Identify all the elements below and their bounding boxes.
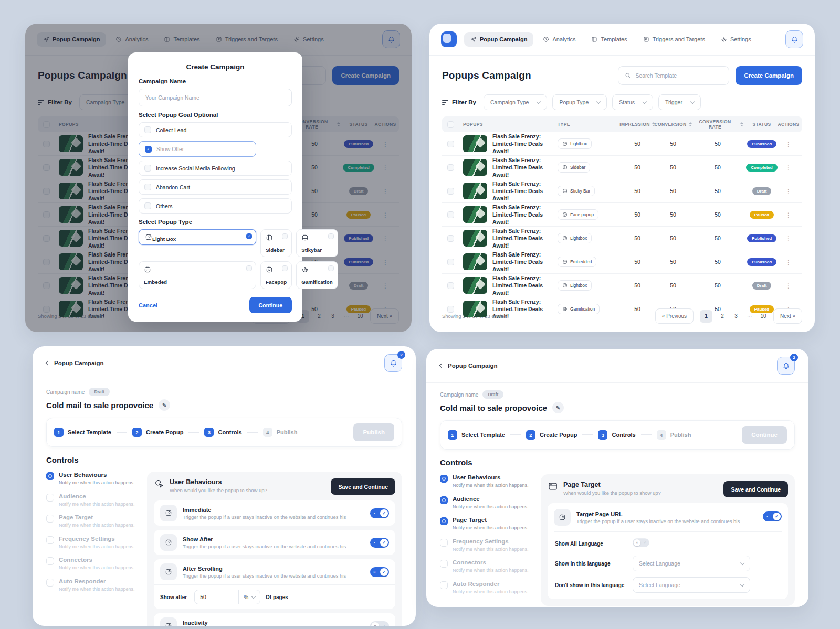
show-all-language-toggle[interactable]: ×✓ xyxy=(633,538,649,547)
sidebar-item-user-behaviours[interactable]: User BehavioursNotify me when this actio… xyxy=(440,474,532,489)
goal-option-abandon-cart[interactable]: Abandon Cart xyxy=(139,179,292,195)
next-page-button[interactable]: Next » xyxy=(773,308,802,324)
goal-checkbox[interactable]: ✓ xyxy=(145,146,152,153)
edit-name-button[interactable]: ✎ xyxy=(159,399,170,411)
goal-option-others[interactable]: Others xyxy=(139,198,292,214)
row-checkbox[interactable] xyxy=(447,141,454,147)
sidebar-item-page-target[interactable]: Page TargetNotify me when this action ha… xyxy=(440,517,532,531)
row-checkbox[interactable] xyxy=(447,259,454,265)
dont-show-language-select[interactable]: Select Language xyxy=(633,577,750,593)
step-create-popup[interactable]: 2Create Popup xyxy=(526,430,578,440)
nav-item-analytics[interactable]: Analytics xyxy=(537,32,582,47)
type-checkbox[interactable] xyxy=(246,265,252,271)
target-page-url-toggle[interactable]: ×✓ xyxy=(763,511,782,521)
campaign-name-input[interactable] xyxy=(139,89,292,106)
goal-option-collect-lead[interactable]: Collect Lead xyxy=(139,122,292,137)
row-actions-menu[interactable]: ⋮ xyxy=(785,164,792,172)
step-controls[interactable]: 3Controls xyxy=(204,428,242,437)
row-checkbox[interactable] xyxy=(447,282,454,289)
toggle-after-scrolling[interactable]: ×✓ xyxy=(370,567,389,577)
continue-button[interactable]: Continue xyxy=(742,426,787,444)
filter-dropdown-status[interactable]: Status xyxy=(612,94,653,110)
edit-name-button[interactable]: ✎ xyxy=(552,402,564,413)
step-select-template[interactable]: 1Select Template xyxy=(54,428,111,437)
goal-checkbox[interactable] xyxy=(144,184,151,190)
back-link[interactable]: Popup Campaign xyxy=(440,363,498,369)
popup-type-tile-light-box[interactable]: ✓Light Box xyxy=(139,229,256,245)
sidebar-item-auto-responder[interactable]: Auto ResponderNotify me when this action… xyxy=(46,578,139,593)
row-checkbox[interactable] xyxy=(447,188,454,195)
nav-item-templates[interactable]: Templates xyxy=(585,32,633,47)
create-campaign-button[interactable]: Create Campaign xyxy=(736,66,802,85)
toggle-show-after[interactable]: ×✓ xyxy=(370,538,389,548)
step-publish[interactable]: 4Publish xyxy=(263,428,298,437)
sidebar-item-user-behaviours[interactable]: User BehavioursNotify me when this actio… xyxy=(46,472,139,486)
type-checkbox[interactable]: ✓ xyxy=(246,233,252,239)
goal-checkbox[interactable] xyxy=(144,202,151,209)
sidebar-item-frequency-settings[interactable]: Frequency SettingsNotify me when this ac… xyxy=(46,536,139,550)
nav-item-triggers-and-targets[interactable]: Triggers and Targets xyxy=(637,32,711,47)
select-all-checkbox[interactable] xyxy=(447,121,454,128)
filter-dropdown-popup-type[interactable]: Popup Type xyxy=(552,94,607,110)
type-checkbox[interactable] xyxy=(328,265,334,271)
step-controls[interactable]: 3Controls xyxy=(598,430,635,440)
back-link[interactable]: Popup Campaign xyxy=(46,360,104,366)
save-and-continue-button[interactable]: Save and Continue xyxy=(723,481,788,497)
row-checkbox[interactable] xyxy=(447,164,454,171)
sidebar-item-audience[interactable]: AudienceNotify me when this action happe… xyxy=(440,496,532,510)
popup-type-tile-embeded[interactable]: Embeded xyxy=(139,261,256,289)
popup-type-tile-gamification[interactable]: Gamification xyxy=(296,261,338,289)
goal-option-increase-social-media-following[interactable]: Increase Social Media Following xyxy=(139,161,292,176)
percent-unit-select[interactable]: % xyxy=(238,590,260,604)
row-actions-menu[interactable]: ⋮ xyxy=(785,282,792,290)
goal-checkbox[interactable] xyxy=(144,126,151,133)
page-number-2[interactable]: 2 xyxy=(719,313,726,319)
step-create-popup[interactable]: 2Create Popup xyxy=(132,428,184,437)
step-publish[interactable]: 4Publish xyxy=(657,430,691,440)
page-number-10[interactable]: 10 xyxy=(760,313,767,319)
sidebar-item-frequency-settings[interactable]: Frequency SettingsNotify me when this ac… xyxy=(440,538,532,553)
continue-button[interactable]: Continue xyxy=(249,297,292,313)
save-and-continue-button[interactable]: Save and Continue xyxy=(331,478,395,495)
previous-page-button[interactable]: « Previous xyxy=(655,308,694,324)
row-actions-menu[interactable]: ⋮ xyxy=(785,211,792,219)
toggle-immediate[interactable]: ×✓ xyxy=(370,508,389,518)
cancel-button[interactable]: Cancel xyxy=(139,302,158,308)
sidebar-item-connectors[interactable]: ConnectorsNotify me when this action hap… xyxy=(440,559,532,574)
sidebar-item-audience[interactable]: AudienceNotify me when this action happe… xyxy=(46,493,139,508)
wizard-stepper: 1Select Template2Create Popup3Controls4P… xyxy=(440,420,795,450)
type-checkbox[interactable] xyxy=(282,233,288,239)
step-select-template[interactable]: 1Select Template xyxy=(448,430,505,440)
popup-type-tile-sidebar[interactable]: Sidebar xyxy=(260,229,292,257)
row-actions-menu[interactable]: ⋮ xyxy=(785,141,792,148)
popup-type-tile-facepop[interactable]: Facepop xyxy=(260,261,292,289)
type-checkbox[interactable] xyxy=(328,233,334,239)
goal-checkbox[interactable] xyxy=(144,165,151,172)
sidebar-item-page-target[interactable]: Page TargetNotify me when this action ha… xyxy=(46,514,139,529)
sort-icon[interactable] xyxy=(689,122,692,126)
toggle-inactivity[interactable]: ×✓ xyxy=(370,621,389,626)
page-target-card: Page Target When would you like the popu… xyxy=(541,474,795,606)
show-after-input[interactable] xyxy=(194,590,233,604)
filter-dropdown-trigger[interactable]: Trigger xyxy=(658,94,701,110)
notifications-button[interactable] xyxy=(785,30,803,48)
publish-button[interactable]: Publish xyxy=(353,423,394,441)
page-number-3[interactable]: 3 xyxy=(732,313,740,319)
nav-item-popup-campaign[interactable]: Popup Campaign xyxy=(464,32,533,47)
sidebar-item-connectors[interactable]: ConnectorsNotify me when this action hap… xyxy=(46,557,139,571)
page-number-1[interactable]: 1 xyxy=(700,310,712,323)
nav-item-settings[interactable]: Settings xyxy=(715,32,758,47)
search-input[interactable] xyxy=(635,72,722,79)
sidebar-item-auto-responder[interactable]: Auto ResponderNotify me when this action… xyxy=(440,581,532,595)
type-checkbox[interactable] xyxy=(282,265,288,271)
goal-option-show-offer[interactable]: ✓Show Offer xyxy=(139,141,256,157)
row-actions-menu[interactable]: ⋮ xyxy=(785,188,792,195)
type-chip: Lightbox xyxy=(558,280,592,291)
row-checkbox[interactable] xyxy=(447,235,454,242)
show-language-select[interactable]: Select Language xyxy=(633,556,750,571)
row-checkbox[interactable] xyxy=(447,211,454,218)
popup-type-tile-stikybar[interactable]: Stikybar xyxy=(296,229,338,257)
filter-dropdown-campaign-type[interactable]: Campaign Type xyxy=(484,94,547,110)
row-actions-menu[interactable]: ⋮ xyxy=(785,235,792,242)
row-actions-menu[interactable]: ⋮ xyxy=(785,259,792,266)
